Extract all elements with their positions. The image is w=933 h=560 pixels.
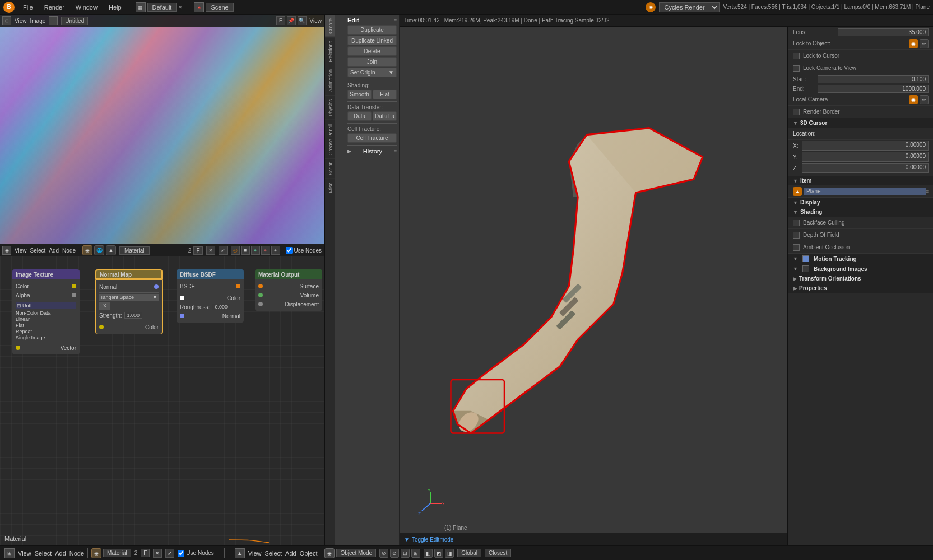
bottom-add-menu[interactable]: Add [55,550,66,557]
use-nodes-toggle[interactable]: Use Nodes [286,247,322,254]
node-add-menu[interactable]: Add [49,248,59,254]
clip-end-value[interactable]: 1000.000 [818,85,929,93]
z-value[interactable]: 0.00000 [802,163,929,173]
lens-value[interactable]: 35.000 [838,28,929,36]
join-btn[interactable]: Join [347,57,397,67]
bottom-select-menu2[interactable]: Select [264,550,282,557]
pin-icon[interactable]: 📌 [287,16,296,25]
duplicate-btn[interactable]: Duplicate [347,25,397,35]
x-value[interactable]: 0.00000 [802,141,929,151]
tab-create[interactable]: Create [325,15,335,37]
clip-start-value[interactable]: 0.100 [818,75,929,83]
bottom-use-nodes-toggle[interactable]: Use Nodes [178,550,213,557]
item-section[interactable]: ▼ Item [788,176,933,185]
background-images-section[interactable]: ▼ Background Images [788,264,933,274]
uv-filename[interactable]: Untitled [61,17,88,25]
render-mode-icon[interactable]: ◧ [424,549,433,558]
texture-mode-icon[interactable]: ◨ [445,549,454,558]
backface-checkbox[interactable] [793,220,800,226]
menu-help[interactable]: Help [106,3,124,12]
material-output-node[interactable]: Material Output Surface Volume Displacem… [255,269,322,311]
layout-name[interactable]: Default [147,3,177,12]
uv-mode-icon[interactable] [49,16,58,25]
proportional-icon[interactable]: ⊘ [390,549,399,558]
flat-btn[interactable]: Flat [373,90,397,99]
tab-misc[interactable]: Misc [325,179,335,197]
node-material-name[interactable]: Material [119,246,150,255]
normal-map-node[interactable]: Normal Map Normal Tangent Space ▼ X Stre… [95,269,163,334]
tab-physics[interactable]: Physics [325,95,335,120]
layout-close[interactable]: ✕ [178,4,183,10]
image-texture-node[interactable]: Image Texture Color Alpha ⊟ Untf [12,269,80,354]
zoom-icon[interactable]: 🔍 [298,16,307,25]
bottom-add-menu2[interactable]: Add [285,550,296,557]
mt-checkbox[interactable] [802,255,809,262]
mesh-icon[interactable]: ⊡ [401,549,410,558]
global-select[interactable]: Global [457,549,481,557]
bottom-view-menu[interactable]: View [18,550,31,557]
layout-icon[interactable]: ▦ [136,2,146,12]
bottom-use-nodes-check[interactable] [178,550,184,557]
menu-window[interactable]: Window [73,3,100,12]
tab-script[interactable]: Script [325,158,335,179]
node-node-menu[interactable]: Node [62,248,76,254]
lock-camera-checkbox[interactable] [793,65,800,72]
bottom-object-menu[interactable]: Object [300,550,318,557]
nm-strength-value[interactable]: 1.000 [124,312,143,319]
smooth-btn[interactable]: Smooth [347,90,372,99]
fullscreen-icon[interactable]: ⤢ [219,246,228,255]
overlay-icon[interactable]: ⊞ [411,549,420,558]
bottom-expand-icon[interactable]: ⤢ [165,549,174,558]
set-origin-dropdown[interactable]: Set Origin ▼ [347,68,397,77]
toggle-editmode-label[interactable]: Toggle Editmode [412,536,454,543]
cursor-3d-section[interactable]: ▼ 3D Cursor [788,118,933,128]
properties-section[interactable]: ▶ Properties [788,283,933,293]
viewport-3d[interactable]: X Y Z (1) Plane ▼ Toggle Editmode [400,27,787,545]
diffuse-bsdf-node[interactable]: Diffuse BSDF BSDF Color Roughness: 0.000 [177,269,244,323]
local-cam-edit-btn[interactable]: ✏ [920,95,929,104]
node-view-menu[interactable]: View [15,248,27,254]
bottom-material-name[interactable]: Material [103,549,131,557]
motion-tracking-section[interactable]: ▼ Motion Tracking [788,254,933,264]
bottom-view-menu2[interactable]: View [248,550,262,557]
duplicate-linked-btn[interactable]: Duplicate Linked [347,36,397,45]
dof-checkbox[interactable] [793,232,800,239]
render-border-checkbox[interactable] [793,109,800,115]
data-la-btn[interactable]: Data La [373,111,397,121]
uv-view-menu[interactable]: View [15,18,27,24]
bottom-close-icon[interactable]: ✕ [153,549,162,558]
bottom-node-menu[interactable]: Node [69,550,84,557]
menu-render[interactable]: Render [41,3,67,12]
use-nodes-checkbox[interactable] [286,247,293,254]
lock-cursor-checkbox[interactable] [793,53,800,59]
menu-file[interactable]: File [20,3,36,12]
delete-btn[interactable]: Delete [347,46,397,56]
transform-orientations-section[interactable]: ▶ Transform Orientations [788,274,933,283]
display-section[interactable]: ▼ Display [788,198,933,207]
db-roughness-value[interactable]: 0.000 [212,304,230,310]
toggle-editmode-btn[interactable]: ▼ [404,536,410,543]
bottom-select-menu[interactable]: Select [35,550,52,557]
tab-animation[interactable]: Animation [325,66,335,95]
snap-icon[interactable]: ⊙ [379,549,388,558]
tab-relations[interactable]: Relations [325,37,335,66]
uv-image-menu[interactable]: Image [30,18,46,24]
material-mode-icon[interactable]: ◩ [434,549,443,558]
history-header[interactable]: ▶ History ≡ [347,148,397,155]
bg-checkbox[interactable] [802,265,809,272]
plane-name[interactable]: Plane [804,188,926,195]
object-mode-select[interactable]: Object Mode [336,549,376,557]
close-icon[interactable]: ✕ [206,246,215,255]
scene-name[interactable]: Scene [206,3,233,12]
engine-select[interactable]: Cycles Render Blender Render [659,2,720,12]
cell-fracture-btn[interactable]: Cell Fracture [347,133,397,143]
uv-view2-menu[interactable]: View [310,18,322,24]
tab-grease-pencil[interactable]: Grease Pencil [325,120,335,159]
lock-obj-edit-btn[interactable]: ✏ [920,39,929,48]
y-value[interactable]: 0.00000 [802,152,929,162]
node-select-menu[interactable]: Select [30,248,46,254]
closest-select[interactable]: Closest [485,549,511,557]
data-btn[interactable]: Data [347,111,372,121]
shading-section[interactable]: ▼ Shading [788,207,933,217]
ao-checkbox[interactable] [793,244,800,251]
